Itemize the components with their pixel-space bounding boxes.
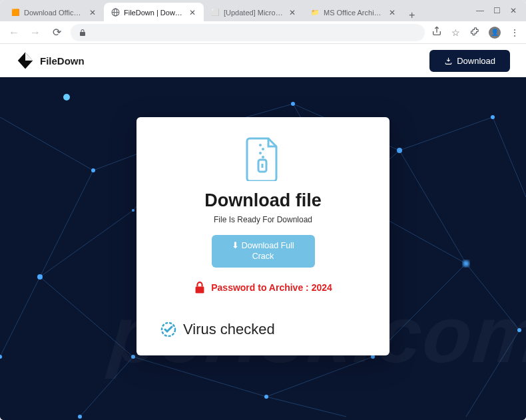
maximize-icon[interactable]: ☐ bbox=[493, 6, 501, 15]
download-card: Download file File Is Ready For Download… bbox=[136, 117, 390, 355]
favicon-icon: 📁 bbox=[310, 8, 320, 17]
header-download-label: Download bbox=[457, 56, 495, 66]
lock-icon bbox=[194, 281, 206, 294]
svg-rect-50 bbox=[196, 286, 204, 293]
svg-point-47 bbox=[262, 156, 264, 158]
page-viewport: FileDown Download bbox=[0, 44, 526, 420]
password-text: Password to Archive : 2024 bbox=[211, 282, 332, 293]
svg-point-35 bbox=[463, 260, 469, 267]
menu-icon[interactable]: ⋮ bbox=[510, 27, 519, 38]
svg-marker-4 bbox=[25, 52, 33, 61]
bookmark-icon[interactable]: ☆ bbox=[451, 27, 460, 38]
window-controls: — ☐ ✕ bbox=[467, 0, 526, 21]
tab-label: [Updated] Microsoft Office Cra... bbox=[224, 9, 284, 17]
address-bar[interactable] bbox=[71, 24, 425, 41]
close-icon[interactable]: ✕ bbox=[388, 8, 397, 17]
tab-1[interactable]: FileDown | Download file ✕ bbox=[104, 3, 204, 21]
svg-point-28 bbox=[91, 168, 95, 172]
profile-avatar[interactable]: 👤 bbox=[489, 27, 501, 39]
favicon-icon: 🟧 bbox=[11, 8, 20, 17]
logo-icon bbox=[16, 51, 35, 70]
brand-name: FileDown bbox=[40, 55, 85, 67]
svg-point-43 bbox=[63, 94, 70, 101]
svg-point-46 bbox=[259, 152, 262, 154]
close-window-icon[interactable]: ✕ bbox=[510, 6, 517, 15]
browser-titlebar: 🟧 Download Office 365 Pro Plus f... ✕ Fi… bbox=[0, 0, 526, 21]
svg-point-37 bbox=[264, 395, 268, 399]
lock-icon bbox=[79, 29, 87, 37]
password-row: Password to Archive : 2024 bbox=[160, 281, 366, 294]
close-icon[interactable]: ✕ bbox=[88, 8, 97, 17]
virus-checked-row: Virus checked bbox=[160, 321, 366, 338]
tab-label: FileDown | Download file bbox=[124, 9, 184, 17]
download-icon bbox=[444, 57, 453, 65]
minimize-icon[interactable]: — bbox=[476, 6, 484, 15]
tab-strip: 🟧 Download Office 365 Pro Plus f... ✕ Fi… bbox=[0, 0, 467, 21]
card-subtitle: File Is Ready For Download bbox=[160, 215, 366, 224]
svg-point-41 bbox=[78, 415, 82, 419]
reload-icon[interactable]: ⟳ bbox=[49, 26, 64, 39]
favicon-icon: ⬜ bbox=[210, 8, 220, 17]
checkmark-icon bbox=[160, 321, 176, 337]
svg-point-38 bbox=[132, 209, 134, 212]
forward-icon[interactable]: → bbox=[28, 27, 43, 39]
tab-label: MS Office Archives - Crack 4 PC bbox=[324, 9, 384, 17]
new-tab-button[interactable]: + bbox=[403, 9, 420, 21]
svg-point-40 bbox=[517, 328, 521, 332]
hero-section: pcrisk.com Download file File Is Ready F… bbox=[0, 77, 526, 420]
svg-point-44 bbox=[259, 144, 262, 146]
tab-label: Download Office 365 Pro Plus f... bbox=[24, 9, 84, 17]
header-download-button[interactable]: Download bbox=[429, 50, 510, 72]
svg-point-36 bbox=[371, 355, 375, 359]
back-icon[interactable]: ← bbox=[7, 27, 21, 39]
share-icon[interactable] bbox=[431, 26, 442, 39]
close-icon[interactable]: ✕ bbox=[288, 8, 297, 17]
close-icon[interactable]: ✕ bbox=[188, 8, 197, 17]
svg-point-30 bbox=[131, 355, 135, 359]
svg-point-29 bbox=[37, 274, 43, 280]
svg-point-45 bbox=[262, 148, 264, 150]
tab-0[interactable]: 🟧 Download Office 365 Pro Plus f... ✕ bbox=[4, 3, 104, 21]
svg-point-34 bbox=[491, 115, 495, 119]
card-title: Download file bbox=[160, 190, 366, 211]
browser-toolbar: ← → ⟳ ☆ 👤 ⋮ bbox=[0, 21, 526, 44]
svg-point-33 bbox=[397, 148, 402, 153]
tab-3[interactable]: 📁 MS Office Archives - Crack 4 PC ✕ bbox=[304, 3, 403, 21]
svg-point-32 bbox=[291, 102, 295, 106]
favicon-icon bbox=[111, 8, 120, 17]
site-header: FileDown Download bbox=[0, 44, 526, 77]
download-crack-button[interactable]: ⬇ Download Full Crack bbox=[212, 235, 315, 268]
extensions-icon[interactable] bbox=[469, 27, 479, 39]
tab-2[interactable]: ⬜ [Updated] Microsoft Office Cra... ✕ bbox=[204, 3, 304, 21]
zip-file-icon bbox=[244, 137, 282, 181]
brand[interactable]: FileDown bbox=[16, 51, 85, 70]
virus-checked-label: Virus checked bbox=[183, 321, 275, 338]
